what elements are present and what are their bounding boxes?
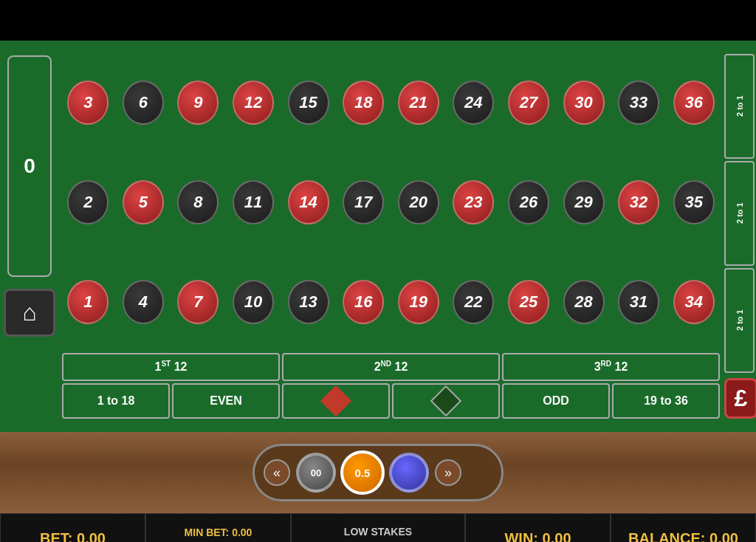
top-bar — [0, 0, 756, 41]
num-cell-32[interactable]: 32 — [613, 154, 665, 250]
dozen-second[interactable]: 2ND 12 — [282, 353, 500, 381]
num-cell-25[interactable]: 25 — [503, 254, 555, 351]
chip-right[interactable] — [389, 453, 429, 493]
num-cell-14[interactable]: 14 — [282, 154, 334, 250]
game-area: 0 ⌂ 3 6 9 12 15 18 21 24 27 30 33 36 2 5… — [0, 41, 756, 432]
num-cell-19[interactable]: 19 — [393, 254, 445, 351]
num-cell-18[interactable]: 18 — [337, 54, 390, 151]
bet-19to36[interactable]: 19 to 36 — [612, 383, 720, 419]
dozen-first[interactable]: 1ST 12 — [62, 353, 280, 381]
num-cell-8[interactable]: 8 — [172, 154, 224, 250]
num-cell-13[interactable]: 13 — [282, 254, 334, 351]
num-cell-23[interactable]: 23 — [447, 154, 500, 250]
num-cell-9[interactable]: 9 — [172, 54, 224, 151]
prev-chip-button[interactable]: « — [264, 459, 290, 486]
zero-cell[interactable]: 0 — [7, 55, 52, 277]
num-cell-3[interactable]: 3 — [62, 54, 114, 151]
info-bar: BET: 0.00 MIN BET: 0.00 MAX BET: 0.00 LO… — [0, 513, 756, 542]
bet-red-diamond[interactable] — [282, 383, 390, 419]
chip-selected[interactable]: 0.5 — [340, 450, 385, 495]
dozen-third[interactable]: 3RD 12 — [502, 353, 720, 381]
num-cell-35[interactable]: 35 — [667, 154, 720, 250]
bets-row: 1 to 18 EVEN ODD 19 to 36 — [62, 383, 720, 419]
num-cell-12[interactable]: 12 — [227, 54, 280, 151]
game-name-section: LOW STAKESROULETTE — [291, 513, 465, 542]
game-name-label: LOW STAKESROULETTE — [344, 525, 412, 542]
num-cell-16[interactable]: 16 — [337, 254, 390, 351]
balance-label: BALANCE: 0.00 — [628, 530, 738, 542]
num-cell-21[interactable]: 21 — [393, 54, 445, 151]
num-cell-11[interactable]: 11 — [227, 154, 280, 250]
bet-19to36-label: 19 to 36 — [644, 394, 688, 408]
num-cell-30[interactable]: 30 — [557, 54, 610, 151]
num-cell-31[interactable]: 31 — [613, 254, 665, 351]
num-cell-2[interactable]: 2 — [62, 154, 114, 250]
bet-black-diamond[interactable] — [392, 383, 500, 419]
bet-1to18[interactable]: 1 to 18 — [62, 383, 170, 419]
wood-panel: « 00 0.5 » — [0, 432, 756, 513]
num-cell-10[interactable]: 10 — [227, 254, 280, 351]
bet-even-label: EVEN — [210, 394, 242, 408]
two-to-one-bot[interactable]: 2 to 1 — [724, 268, 755, 373]
num-cell-1[interactable]: 1 — [62, 254, 114, 351]
dozens-row: 1ST 12 2ND 12 3RD 12 — [62, 353, 720, 381]
bet-even[interactable]: EVEN — [172, 383, 280, 419]
bet-odd[interactable]: ODD — [502, 383, 610, 419]
min-bet-label: MIN BET: 0.00 — [185, 526, 252, 538]
left-panel: 0 ⌂ — [0, 48, 59, 425]
chip-selector: « 00 0.5 » — [252, 444, 504, 501]
max-bet-label: MAX BET: 0.00 — [182, 540, 254, 543]
win-section: WIN: 0.00 — [465, 513, 611, 542]
num-cell-29[interactable]: 29 — [557, 154, 610, 250]
num-cell-7[interactable]: 7 — [172, 254, 224, 351]
num-cell-33[interactable]: 33 — [613, 54, 665, 151]
minmax-section: MIN BET: 0.00 MAX BET: 0.00 — [145, 513, 291, 542]
red-diamond-icon — [320, 385, 351, 416]
currency-button[interactable]: £ — [724, 378, 756, 419]
chip-display: 00 0.5 — [296, 450, 429, 495]
num-cell-17[interactable]: 17 — [337, 154, 390, 250]
chip-selected-value: 0.5 — [355, 467, 371, 479]
num-cell-15[interactable]: 15 — [282, 54, 334, 151]
num-cell-28[interactable]: 28 — [557, 254, 610, 351]
two-to-one-top[interactable]: 2 to 1 — [724, 54, 755, 159]
num-cell-36[interactable]: 36 — [667, 54, 720, 151]
main-betting-area: 3 6 9 12 15 18 21 24 27 30 33 36 2 5 8 1… — [59, 48, 723, 425]
balance-section: BALANCE: 0.00 — [611, 513, 756, 542]
num-cell-20[interactable]: 20 — [393, 154, 445, 250]
win-label: WIN: 0.00 — [504, 530, 571, 542]
two-to-one-mid[interactable]: 2 to 1 — [724, 161, 755, 266]
num-cell-24[interactable]: 24 — [447, 54, 500, 151]
bet-section: BET: 0.00 — [0, 513, 145, 542]
right-side-panel: 2 to 1 2 to 1 2 to 1 £ — [723, 48, 756, 425]
black-diamond-icon — [430, 385, 461, 416]
num-cell-26[interactable]: 26 — [503, 154, 555, 250]
num-cell-27[interactable]: 27 — [503, 54, 555, 151]
home-icon: ⌂ — [22, 299, 36, 326]
num-cell-6[interactable]: 6 — [117, 54, 170, 151]
num-cell-34[interactable]: 34 — [667, 254, 720, 351]
left-arrow-icon: « — [273, 465, 281, 481]
bet-odd-label: ODD — [543, 394, 569, 408]
num-cell-5[interactable]: 5 — [117, 154, 170, 250]
home-button[interactable]: ⌂ — [4, 289, 55, 337]
chip-left[interactable]: 00 — [296, 453, 336, 493]
right-arrow-icon: » — [444, 465, 452, 481]
next-chip-button[interactable]: » — [435, 459, 461, 486]
num-cell-4[interactable]: 4 — [117, 254, 170, 351]
num-cell-22[interactable]: 22 — [447, 254, 500, 351]
currency-icon: £ — [735, 385, 748, 412]
bet-1to18-label: 1 to 18 — [97, 394, 135, 408]
chip-left-label: 00 — [311, 467, 321, 478]
bet-label: BET: 0.00 — [40, 530, 106, 542]
